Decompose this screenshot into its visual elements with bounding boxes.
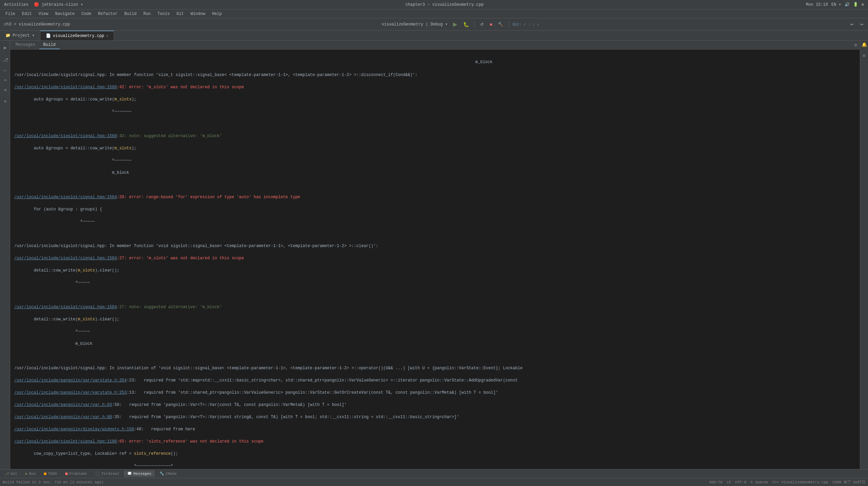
cpp-icon: 📄	[46, 33, 51, 38]
output-line-error: /usr/local/include/sigslot/signal.hpp:15…	[13, 84, 857, 90]
error-link-5[interactable]: /usr/local/include/pangolin/var/varstate…	[14, 390, 127, 395]
output-panel[interactable]: m_block /usr/local/include/sigslot/signa…	[10, 50, 860, 486]
output-line: ^~~~~~~~~~~~~~~^	[13, 463, 857, 469]
output-blank	[13, 182, 857, 188]
problems-tab-label: Problems	[69, 472, 87, 476]
output-line: cow_copy_type<list_type, Lockable> ref =…	[13, 451, 857, 457]
run-config: visualizeGeometry | Debug ▾	[380, 22, 449, 27]
build-button[interactable]: 🔨	[496, 21, 505, 28]
cursor-position[interactable]: 490:79	[709, 480, 723, 484]
note-link-2[interactable]: /usr/local/include/sigslot/signal.hpp:15…	[14, 305, 117, 310]
redo-button[interactable]: ↪	[858, 21, 865, 28]
error-link-8[interactable]: /usr/local/include/pangolin/display/widg…	[14, 427, 134, 432]
run-button[interactable]: ▶	[451, 20, 459, 29]
bottom-tab-problems[interactable]: Problems	[62, 471, 91, 477]
file-tab[interactable]: 📄 visualizeGeometry.cpp ✕	[40, 31, 114, 40]
cmake-tab-label: CMake	[166, 472, 177, 476]
build-output: m_block /usr/local/include/sigslot/signa…	[10, 51, 860, 486]
menu-help[interactable]: Help	[209, 11, 225, 17]
sidebar-favorites-icon[interactable]: ★	[1, 97, 9, 105]
output-line: detail::cow_write(m_slots).clear();	[13, 316, 857, 322]
stop-button[interactable]: ■	[488, 21, 494, 28]
error-link-2[interactable]: /usr/local/include/sigslot/signal.hpp:15…	[14, 195, 117, 200]
bottom-tab-cmake[interactable]: 🔧 CMake	[156, 470, 180, 477]
tab-build[interactable]: Build	[39, 41, 60, 49]
toolbar-sep-2	[509, 21, 509, 28]
bottom-tab-terminal[interactable]: ⬛ Terminal	[92, 470, 122, 477]
sidebar-pull-icon[interactable]: ⬇	[1, 77, 9, 83]
csdn-label[interactable]: CSDN 知了 Go打日	[832, 480, 865, 485]
project-label: Project ▾	[13, 33, 35, 38]
right-sidebar: 🔔 ⚙	[860, 41, 868, 486]
bottom-tab-git[interactable]: ⎇ Git	[1, 470, 21, 477]
system-bar: Activities 🔴 jetbrains-clion ▾ chapter3 …	[0, 0, 868, 10]
sidebar-commit-icon[interactable]: ⎇	[1, 56, 9, 64]
menu-git[interactable]: Git	[174, 11, 187, 17]
m-block-label: m_block	[14, 58, 856, 66]
output-line: ^~~~~~	[13, 329, 857, 335]
error-link-1[interactable]: /usr/local/include/sigslot/signal.hpp:15…	[14, 85, 117, 90]
menu-window[interactable]: Window	[188, 11, 208, 17]
volume-icon[interactable]: 🔊	[845, 2, 850, 7]
charset-label[interactable]: UTF-8	[735, 480, 746, 484]
output-line: /usr/local/include/pangolin/var/var.h:88…	[13, 414, 857, 420]
menu-tools[interactable]: Tools	[155, 11, 172, 17]
output-line: m_block	[13, 170, 857, 176]
menu-file[interactable]: File	[3, 11, 18, 17]
reload-button[interactable]: ↺	[478, 21, 486, 28]
sidebar-vcs-icon[interactable]: ↕	[1, 68, 9, 73]
line-ending[interactable]: LF	[727, 480, 731, 484]
menu-run[interactable]: Run	[140, 11, 153, 17]
panel-settings-icon[interactable]: ⚙	[854, 42, 857, 48]
menu-edit[interactable]: Edit	[19, 11, 35, 17]
output-line-error: /usr/local/include/sigslot/signal.hpp:15…	[13, 194, 857, 200]
tab-messages[interactable]: Messages	[12, 41, 39, 49]
undo-button[interactable]: ↩	[848, 21, 856, 28]
app-icon[interactable]: 🔴 jetbrains-clion ▾	[34, 2, 83, 7]
messages-tab-icon: 💬	[127, 471, 132, 476]
error-link-3[interactable]: /usr/local/include/sigslot/signal.hpp:15…	[14, 256, 117, 261]
menu-build[interactable]: Build	[121, 11, 139, 17]
error-link-4[interactable]: /usr/local/include/pangolin/var/varstate…	[14, 378, 127, 383]
output-blank	[13, 292, 857, 298]
git-status: Git: ✓ ↑ ↓ ✓	[512, 22, 539, 26]
output-line: /usr/local/include/pangolin/display/widg…	[13, 426, 857, 432]
panel-tabs: Messages Build ⚙	[10, 41, 860, 50]
output-line-note: /usr/local/include/sigslot/signal.hpp:15…	[13, 133, 857, 139]
close-tab-icon[interactable]: ✕	[106, 34, 108, 38]
keyboard-layout[interactable]: EN ▾	[831, 2, 841, 7]
error-link-9[interactable]: /usr/local/include/sigslot/signal.hpp:11…	[14, 439, 117, 444]
bottom-tab-todo[interactable]: TODO	[40, 471, 60, 477]
output-line: /usr/local/include/sigslot/signal.hpp: I…	[13, 72, 857, 78]
output-line: ^~~~~~	[13, 219, 857, 225]
right-settings-icon[interactable]: ⚙	[863, 53, 866, 58]
battery-icon[interactable]: 🔋	[853, 2, 858, 7]
note-link-1[interactable]: /usr/local/include/sigslot/signal.hpp:15…	[14, 134, 117, 138]
indent-label[interactable]: 4 spaces	[750, 480, 768, 484]
error-text-2: :28: error: range-based 'for' expression…	[117, 195, 300, 200]
activities-label[interactable]: Activities	[4, 2, 29, 7]
menu-navigate[interactable]: Navigate	[52, 11, 77, 17]
error-link-7[interactable]: /usr/local/include/pangolin/var/var.h:88	[14, 415, 112, 419]
project-tab[interactable]: 📁 Project ▾	[0, 31, 40, 40]
menu-code[interactable]: Code	[79, 11, 94, 17]
bottom-tab-messages[interactable]: 💬 Messages	[124, 470, 155, 477]
output-line-error: /usr/local/include/sigslot/signal.hpp:15…	[13, 255, 857, 261]
messages-tab-label: Messages	[133, 472, 151, 476]
error-link-6[interactable]: /usr/local/include/pangolin/var/var.h:83	[14, 403, 112, 407]
debug-button[interactable]: 🐛	[461, 21, 471, 28]
breadcrumb-ch3: ch3 > visualizeGeometry.cpp	[3, 22, 71, 27]
menu-refactor[interactable]: Refactor	[95, 11, 120, 17]
sidebar-structure-icon[interactable]: ≡	[1, 87, 9, 93]
status-bar: Build failed in 2 sec, 710 ms (2 minutes…	[0, 478, 868, 486]
status-bar-left: Build failed in 2 sec, 710 ms (2 minutes…	[3, 480, 103, 484]
bottom-tab-run[interactable]: ▶ Run	[22, 470, 39, 477]
menu-view[interactable]: View	[36, 11, 51, 17]
output-line: /usr/local/include/sigslot/signal.hpp: I…	[13, 243, 857, 249]
sidebar-project-icon[interactable]: ▶	[1, 43, 9, 52]
output-line: ^~~~~~	[13, 280, 857, 286]
notifications-icon[interactable]: 🔔	[862, 42, 867, 48]
toolbar: ch3 > visualizeGeometry.cpp visualizeGeo…	[0, 18, 868, 31]
settings-icon[interactable]: ⚙	[862, 2, 864, 7]
output-line: auto &groups = detail::cow_write(m_slots…	[13, 96, 857, 102]
